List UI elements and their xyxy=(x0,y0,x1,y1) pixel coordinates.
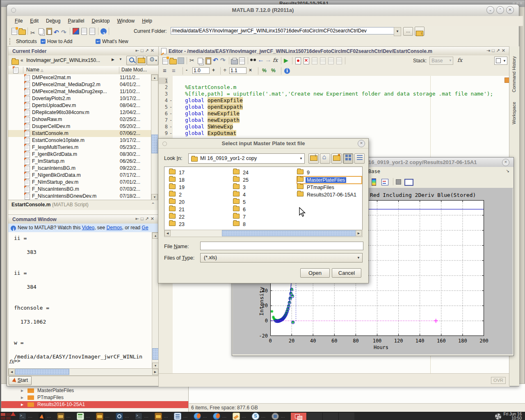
times-button[interactable]: × xyxy=(249,67,252,73)
code-line[interactable]: 6-global newExpfile xyxy=(159,110,509,117)
code-line[interactable]: 7-global newExppath xyxy=(159,117,509,123)
step1-icon[interactable] xyxy=(312,57,317,64)
start-button[interactable]: Start xyxy=(9,376,32,385)
breakpoint-dash[interactable]: - xyxy=(169,104,172,110)
file-row[interactable]: F_IgenBkGrdData.m08/30/2... xyxy=(8,151,151,158)
command-window-output[interactable]: ii = 383 ii = 384 fhconsole = 173.1062 w… xyxy=(14,235,142,360)
folder-item[interactable]: PTmapFiles xyxy=(297,184,362,191)
open-button[interactable]: Open xyxy=(300,268,330,278)
uncomment-icon[interactable] xyxy=(270,67,278,75)
copy-icon[interactable] xyxy=(39,28,43,34)
taskbar-item-folder-files[interactable]: ... xyxy=(155,413,169,420)
cut-icon[interactable] xyxy=(189,57,196,64)
video-link[interactable]: Video xyxy=(82,225,94,231)
undock-panel-icon[interactable]: ↗ xyxy=(145,48,151,53)
font-size-field[interactable] xyxy=(192,67,210,74)
taskbar-item-folder-orange[interactable]: ... xyxy=(96,413,110,420)
save-icon[interactable] xyxy=(178,57,184,64)
tab-command-history[interactable]: Command History xyxy=(511,51,516,92)
expander-icon[interactable]: ▶ xyxy=(21,401,23,408)
file-row[interactable]: F_NIgenBkGrdData.m07/17/2... xyxy=(8,172,151,179)
up-one-level-button[interactable] xyxy=(308,153,319,164)
search-button[interactable] xyxy=(126,56,136,65)
file-row[interactable]: DpertsUploadDev.m08/04/2... xyxy=(8,102,151,109)
paste-icon[interactable] xyxy=(46,28,52,35)
expander-icon[interactable]: ▶ xyxy=(21,394,23,401)
taskbar-item-firefox-2[interactable]: ... xyxy=(213,413,227,420)
taskbar-item-text-document[interactable]: ... xyxy=(174,413,188,420)
menu-help[interactable]: Help xyxy=(138,16,156,26)
command-prompt[interactable]: >> xyxy=(14,358,21,364)
code-editor[interactable]: 12%EstartConsole.m3%[file,path] = uiputf… xyxy=(159,78,509,137)
cf-up-folder-button[interactable] xyxy=(137,56,146,65)
look-in-combo[interactable]: MI 16_0919_yor1-2 copy ▼ xyxy=(188,153,305,164)
figure-menu-fragment[interactable]: Base xyxy=(368,169,380,174)
folder-item[interactable]: 7 xyxy=(233,213,294,221)
folder-item[interactable]: 3 xyxy=(233,184,294,191)
path-dropdown-button[interactable]: ▼ xyxy=(394,27,401,36)
close-panel-icon[interactable]: ✕ xyxy=(151,216,156,221)
taskbar-empty-slot[interactable] xyxy=(338,413,354,420)
find-icon[interactable] xyxy=(250,57,257,64)
address-dropdown-icon[interactable]: ▼ xyxy=(119,57,122,61)
section-list-icon[interactable] xyxy=(171,67,178,75)
step4-icon[interactable] xyxy=(336,57,342,64)
file-row[interactable]: DshowRaw.m02/25/2... xyxy=(8,116,151,123)
close-panel-icon[interactable]: ✕ xyxy=(502,48,507,53)
list-view-button[interactable] xyxy=(354,153,365,164)
code-line[interactable]: 1 xyxy=(159,78,509,84)
taskbar-item-file-manager[interactable]: ... xyxy=(57,413,71,420)
step2-icon[interactable] xyxy=(320,57,326,64)
folder-item[interactable]: 5 xyxy=(233,199,294,206)
address-forward-chevron[interactable]: ▶ xyxy=(112,57,114,62)
file-row[interactable]: F_NIscanIntensBGnewDev.m07/18/2... xyxy=(8,193,151,200)
guide-icon[interactable] xyxy=(81,28,87,35)
file-row[interactable]: EstartConsole.m07/06/2... xyxy=(8,130,151,137)
code-line[interactable]: 8-global SWnewExp xyxy=(159,123,509,130)
simulink-icon[interactable] xyxy=(73,28,79,34)
breakpoint-dash[interactable]: - xyxy=(169,130,172,137)
file-row[interactable]: DMPexcel2mat_MediaDrug2exp...11/10/2... xyxy=(8,88,151,95)
folder-item[interactable]: 2 xyxy=(169,191,231,199)
demos-link[interactable]: Demos xyxy=(107,225,122,231)
print-preview-icon[interactable] xyxy=(239,57,245,64)
folder-item[interactable]: 25 xyxy=(233,176,294,184)
cancel-button[interactable]: Cancel xyxy=(332,268,361,278)
taskbar-item-firefox-1[interactable]: ... xyxy=(194,413,208,420)
bg-tree-row[interactable]: ▶MasterPlateFiles xyxy=(1,387,188,394)
file-name-input[interactable] xyxy=(200,242,363,250)
cf-actions-button[interactable]: ▼ xyxy=(147,56,158,65)
detail-collapse-icon[interactable]: ⌃ xyxy=(151,202,155,208)
taskbar-item-writer-document[interactable]: ... xyxy=(233,413,247,420)
cut-icon[interactable] xyxy=(30,27,37,35)
dialog-close-button[interactable]: ✕ xyxy=(358,140,365,147)
open-folder-icon[interactable] xyxy=(18,30,26,35)
bg-tree-row[interactable]: ▶PTmapFiles xyxy=(1,394,188,401)
figure-menu-arrow-icon[interactable]: ↘ xyxy=(506,169,509,173)
breakpoint-dash[interactable]: - xyxy=(169,117,172,123)
taskbar-empty-slot[interactable] xyxy=(322,413,338,420)
file-row[interactable]: F_IexpMultiTseries.m05/23/2... xyxy=(8,144,151,151)
folder-item[interactable]: MasterPlateFiles xyxy=(297,176,362,184)
divide-button[interactable]: ÷ xyxy=(224,67,226,73)
folder-item[interactable]: 23 xyxy=(169,221,231,228)
folder-item[interactable]: 24 xyxy=(233,169,294,176)
fx-help-icon[interactable] xyxy=(457,57,464,64)
maximize-panel-icon[interactable]: □ xyxy=(492,48,496,53)
folder-item[interactable]: 4 xyxy=(233,191,294,199)
help-icon[interactable] xyxy=(100,28,107,34)
command-window-hscrollbar[interactable]: ◀ ▶ xyxy=(8,368,159,376)
taskbar-item-search-tool[interactable]: ... xyxy=(116,413,130,420)
insert-section-icon[interactable] xyxy=(162,67,169,75)
minimize-button[interactable]: ⌄ xyxy=(486,6,494,14)
menu-debug[interactable]: Debug xyxy=(42,16,64,26)
workspace-pager[interactable] xyxy=(1,413,13,420)
folder-item[interactable]: 19 xyxy=(169,184,231,191)
figure-close-button[interactable]: ✕ xyxy=(502,159,509,166)
bp-x-icon[interactable] xyxy=(304,57,309,64)
folder-item[interactable]: Results2017-06-15A1 xyxy=(297,191,362,199)
undo-icon[interactable] xyxy=(212,57,220,64)
folder-item[interactable]: 6 xyxy=(233,206,294,213)
font-plus-button[interactable]: + xyxy=(212,67,215,73)
taskbar-item-matlab[interactable]: ... xyxy=(39,413,52,420)
